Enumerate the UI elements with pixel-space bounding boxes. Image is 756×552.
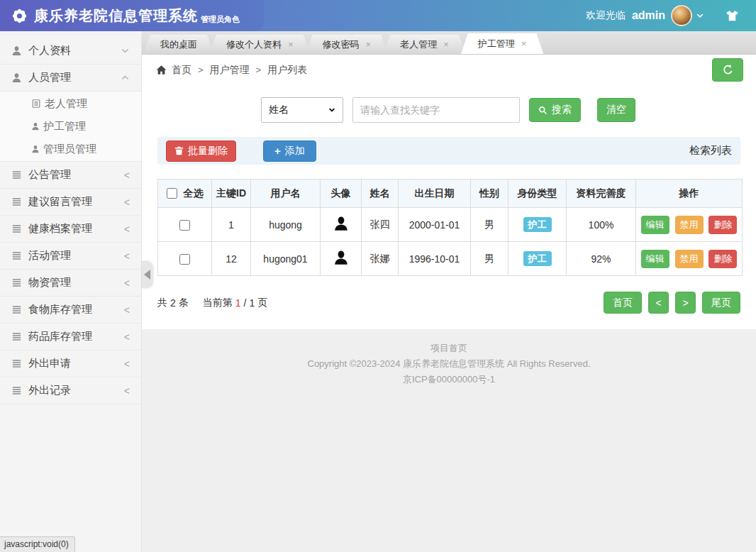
sidebar-item-medicine-stock[interactable]: 药品库存管理 < bbox=[0, 324, 141, 350]
app-title: 康乐养老院信息管理系统 bbox=[34, 6, 198, 26]
menu-lines-icon bbox=[11, 277, 22, 288]
menu-lines-icon bbox=[11, 385, 22, 396]
prev-page-button[interactable]: < bbox=[648, 292, 669, 314]
first-page-button[interactable]: 首页 bbox=[604, 292, 642, 314]
collapse-arrow-icon: < bbox=[124, 197, 130, 208]
cell-birthday: 1996-10-01 bbox=[399, 242, 471, 276]
clear-button[interactable]: 清空 bbox=[597, 98, 635, 122]
sidebar-item-admin-management[interactable]: 管理员管理 bbox=[0, 138, 141, 160]
sidebar-item-label: 建议留言管理 bbox=[28, 195, 92, 209]
triangle-left-icon bbox=[144, 270, 150, 280]
disable-button[interactable]: 禁用 bbox=[675, 250, 704, 268]
collapse-arrow-icon: < bbox=[124, 170, 130, 181]
sidebar-item-notice-management[interactable]: 公告管理 < bbox=[0, 162, 141, 189]
last-page-button[interactable]: 尾页 bbox=[702, 292, 740, 314]
batch-delete-label: 批量删除 bbox=[188, 145, 228, 158]
user-icon bbox=[11, 72, 22, 83]
delete-button[interactable]: 删除 bbox=[708, 216, 737, 234]
avatar-silhouette-icon bbox=[333, 216, 349, 231]
row-checkbox[interactable] bbox=[179, 254, 190, 265]
menu-lines-icon bbox=[11, 197, 22, 207]
close-icon[interactable]: × bbox=[288, 39, 294, 50]
edit-button[interactable]: 编辑 bbox=[641, 250, 669, 268]
tab-bar: 我的桌面 修改个人资料 × 修改密码 × 老人管理 × 护工管理 × bbox=[142, 31, 756, 55]
cell-name: 张娜 bbox=[362, 242, 399, 276]
header-username: 用户名 bbox=[251, 180, 321, 208]
current-page-number: 1 bbox=[235, 297, 241, 309]
welcome-text: 欢迎光临 bbox=[586, 9, 626, 22]
sidebar-item-suggestion-management[interactable]: 建议留言管理 < bbox=[0, 189, 141, 216]
close-icon[interactable]: × bbox=[366, 39, 372, 50]
sidebar-item-outing-records[interactable]: 外出记录 < bbox=[0, 377, 141, 404]
footer-project-link[interactable]: 项目首页 bbox=[142, 341, 756, 356]
sidebar-item-label: 外出记录 bbox=[28, 384, 71, 397]
disable-button[interactable]: 禁用 bbox=[675, 216, 704, 234]
sidebar-item-health-records[interactable]: 健康档案管理 < bbox=[0, 216, 141, 243]
pagination-info: 共 2 条 当前第 1 / 1 页 bbox=[157, 297, 270, 309]
page: 康乐养老院信息管理系统 管理员角色 欢迎光临 admin 个人资料 人员管理 bbox=[0, 0, 756, 552]
role-badge: 管理员角色 bbox=[201, 14, 240, 25]
tab-elderly-management[interactable]: 老人管理 × bbox=[383, 35, 466, 54]
tab-label: 修改个人资料 bbox=[226, 38, 282, 51]
select-all-checkbox[interactable] bbox=[167, 188, 177, 199]
role-type-badge: 护工 bbox=[523, 251, 552, 266]
sidebar-item-label: 个人资料 bbox=[28, 44, 71, 57]
chevron-down-icon bbox=[328, 106, 336, 114]
cell-actions: 编辑 禁用 删除 bbox=[636, 208, 743, 242]
sidebar-item-food-stock[interactable]: 食物库存管理 < bbox=[0, 297, 141, 324]
role-type-badge: 护工 bbox=[523, 217, 552, 232]
theme-shirt-icon[interactable] bbox=[726, 9, 739, 23]
refresh-button[interactable] bbox=[712, 58, 743, 82]
user-table: 全选 主键ID 用户名 头像 姓名 出生日期 性别 身份类型 资料完善度 操作 bbox=[157, 179, 740, 276]
search-button[interactable]: 搜索 bbox=[529, 98, 581, 122]
delete-button[interactable]: 删除 bbox=[708, 250, 737, 268]
sidebar-item-label: 药品库存管理 bbox=[28, 330, 92, 343]
next-page-button[interactable]: > bbox=[675, 292, 696, 314]
menu-lines-icon bbox=[11, 250, 22, 261]
sidebar-item-label: 食物库存管理 bbox=[28, 303, 92, 316]
tab-caregiver-management[interactable]: 护工管理 × bbox=[461, 33, 544, 54]
username[interactable]: admin bbox=[632, 9, 665, 22]
total-suffix: 条 bbox=[179, 297, 189, 309]
main-area: 我的桌面 修改个人资料 × 修改密码 × 老人管理 × 护工管理 × bbox=[142, 31, 756, 552]
cell-role-type: 护工 bbox=[508, 242, 567, 276]
tab-edit-profile[interactable]: 修改个人资料 × bbox=[209, 35, 311, 54]
menu-lines-icon bbox=[11, 358, 22, 369]
plus-icon: + bbox=[274, 145, 281, 157]
cell-id: 1 bbox=[212, 208, 251, 242]
chevron-down-icon[interactable] bbox=[696, 11, 704, 20]
sidebar-item-personnel[interactable]: 人员管理 bbox=[0, 65, 141, 92]
close-icon[interactable]: × bbox=[443, 39, 449, 50]
sidebar-item-activity-management[interactable]: 活动管理 < bbox=[0, 243, 141, 270]
tab-my-desktop[interactable]: 我的桌面 bbox=[143, 35, 214, 54]
user-avatar[interactable] bbox=[671, 5, 692, 26]
batch-delete-button[interactable]: 批量删除 bbox=[166, 140, 236, 162]
tab-change-password[interactable]: 修改密码 × bbox=[306, 35, 389, 54]
cell-completeness: 92% bbox=[567, 242, 636, 276]
breadcrumb-separator: > bbox=[256, 65, 262, 75]
edit-button[interactable]: 编辑 bbox=[641, 216, 669, 234]
menu-lines-icon bbox=[11, 223, 22, 234]
row-checkbox[interactable] bbox=[179, 220, 190, 231]
search-input[interactable] bbox=[352, 97, 520, 123]
gear-icon bbox=[11, 8, 28, 24]
user-icon bbox=[11, 45, 22, 56]
add-button[interactable]: + 添加 bbox=[263, 140, 316, 162]
sidebar-item-outing-request[interactable]: 外出申请 < bbox=[0, 350, 141, 377]
sidebar-item-caregiver-management[interactable]: 护工管理 bbox=[0, 115, 141, 138]
clear-button-label: 清空 bbox=[606, 104, 626, 116]
close-icon[interactable]: × bbox=[521, 38, 527, 49]
header-user-area: 欢迎光临 admin bbox=[586, 0, 756, 31]
sidebar-collapse-handle[interactable] bbox=[142, 261, 152, 288]
table-row: 12 hugong01 张娜 1996-10-01 男 护工 bbox=[158, 242, 743, 276]
search-field-select[interactable]: 姓名 bbox=[261, 97, 343, 123]
breadcrumb-user-management[interactable]: 用户管理 bbox=[210, 64, 250, 77]
breadcrumb-user-list[interactable]: 用户列表 bbox=[267, 64, 307, 77]
breadcrumb-home[interactable]: 首页 bbox=[172, 64, 191, 77]
sidebar-item-supplies-management[interactable]: 物资管理 < bbox=[0, 270, 141, 297]
collapse-arrow-icon: < bbox=[124, 250, 130, 262]
trash-icon bbox=[174, 146, 184, 155]
sidebar-item-elderly-management[interactable]: 老人管理 bbox=[0, 92, 141, 115]
sidebar-item-personal-info[interactable]: 个人资料 bbox=[0, 38, 141, 65]
chevron-down-icon bbox=[121, 46, 130, 55]
